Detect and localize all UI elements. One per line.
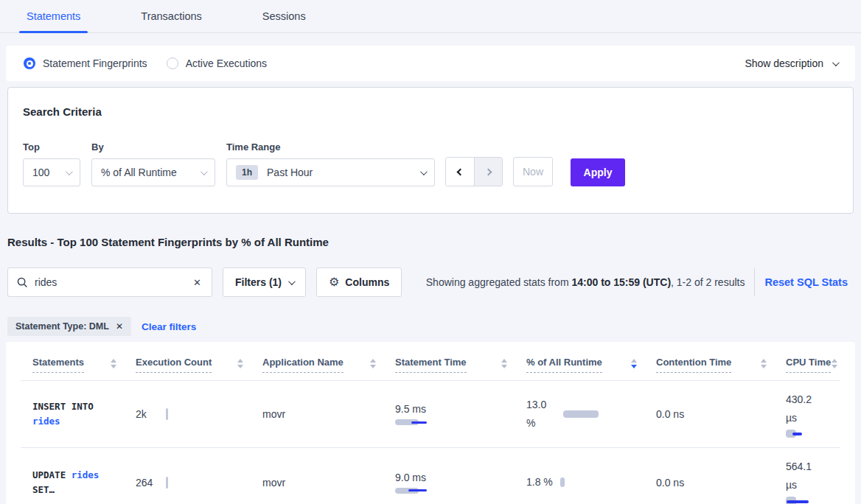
table-row[interactable]: UPDATE ridesSET…264movr9.0 ms1.8 %0.0 ns… bbox=[21, 448, 840, 504]
chevron-left-icon bbox=[456, 168, 464, 175]
sort-icon[interactable] bbox=[111, 359, 116, 368]
column-header-label: Execution Count bbox=[136, 357, 212, 373]
column-header-label: Statement Time bbox=[395, 357, 467, 373]
by-select[interactable]: % of All Runtime bbox=[91, 158, 215, 186]
application-name-cell: movr bbox=[262, 477, 395, 489]
statement-time-bar bbox=[395, 488, 427, 494]
sort-icon[interactable] bbox=[237, 359, 243, 368]
column-header-of-all-runtime[interactable]: % of All Runtime bbox=[526, 357, 656, 380]
time-nav-group bbox=[445, 157, 503, 186]
column-header-label: Contention Time bbox=[656, 357, 731, 373]
statement-line: INSERT INTO bbox=[32, 399, 136, 414]
time-range-select[interactable]: 1h Past Hour bbox=[226, 158, 435, 186]
clear-search-icon[interactable]: ✕ bbox=[192, 277, 203, 288]
cpu-time-value: 430.2 µs bbox=[786, 391, 820, 427]
statement-cell: UPDATE ridesSET… bbox=[21, 468, 136, 497]
sort-asc-arrow-icon bbox=[370, 359, 376, 363]
reset-sql-stats-link[interactable]: Reset SQL Stats bbox=[764, 276, 848, 288]
search-input[interactable] bbox=[35, 276, 192, 288]
filter-chip-label: Statement Type: DML bbox=[15, 321, 109, 332]
column-header-statement-time[interactable]: Statement Time bbox=[395, 357, 526, 380]
statement-cell: INSERT INTOrides bbox=[21, 399, 136, 429]
column-header-label: Application Name bbox=[262, 357, 344, 373]
cpu-time-value: 564.1 µs bbox=[786, 458, 820, 494]
tab-transactions[interactable]: Transactions bbox=[133, 0, 209, 32]
column-header-execution-count[interactable]: Execution Count bbox=[136, 357, 262, 380]
sort-desc-arrow-icon bbox=[501, 365, 507, 368]
sort-desc-arrow-icon bbox=[111, 365, 116, 368]
top-select[interactable]: 100 bbox=[23, 158, 80, 186]
runtime-pct-value: 13.0 % bbox=[526, 396, 556, 433]
top-label: Top bbox=[23, 141, 80, 153]
column-header-label: CPU Time bbox=[786, 357, 831, 373]
by-select-value: % of All Runtime bbox=[101, 167, 177, 178]
filter-chip-statement-type[interactable]: Statement Type: DML ✕ bbox=[7, 317, 131, 336]
results-heading: Results - Top 100 Statement Fingerprints… bbox=[7, 236, 854, 248]
sort-icon[interactable] bbox=[631, 359, 637, 368]
time-range-badge: 1h bbox=[236, 165, 258, 180]
results-controls: ✕ Filters (1) ⚙ Columns Showing aggregat… bbox=[7, 267, 854, 297]
column-header-cpu-time[interactable]: CPU Time bbox=[786, 357, 840, 380]
statement-link[interactable]: rides bbox=[72, 469, 100, 480]
runtime-pct-cell: 13.0 % bbox=[526, 396, 656, 433]
execution-count-value: 264 bbox=[136, 477, 166, 489]
column-header-application-name[interactable]: Application Name bbox=[262, 357, 395, 380]
sort-desc-arrow-icon bbox=[761, 365, 767, 368]
radio-statement-fingerprints[interactable]: Statement Fingerprints bbox=[24, 57, 147, 69]
sort-asc-arrow-icon bbox=[761, 359, 767, 363]
divider bbox=[754, 268, 755, 296]
column-header-contention-time[interactable]: Contention Time bbox=[656, 357, 786, 380]
active-filters-row: Statement Type: DML ✕ Clear filters bbox=[7, 317, 854, 336]
cpu-time-cell: 564.1 µs bbox=[786, 458, 840, 504]
column-header-label: Statements bbox=[32, 357, 84, 373]
time-range-label: Time Range bbox=[226, 141, 435, 153]
statement-text: INSERT INTO bbox=[32, 401, 94, 412]
runtime-pct-value: 1.8 % bbox=[526, 473, 553, 491]
statements-table: StatementsExecution CountApplication Nam… bbox=[6, 342, 855, 504]
bar-stddev bbox=[787, 500, 809, 503]
statement-line: SET… bbox=[32, 483, 136, 497]
sort-asc-arrow-icon bbox=[631, 359, 637, 363]
statement-line: UPDATE rides bbox=[32, 468, 136, 483]
bar-stddev bbox=[408, 489, 427, 491]
filters-button[interactable]: Filters (1) bbox=[223, 267, 306, 297]
sort-icon[interactable] bbox=[761, 359, 767, 368]
radio-label: Statement Fingerprints bbox=[43, 57, 147, 69]
chevron-down-icon bbox=[201, 168, 208, 175]
sort-asc-arrow-icon bbox=[832, 359, 837, 363]
statement-link[interactable]: rides bbox=[32, 416, 60, 427]
chevron-down-icon bbox=[832, 59, 840, 66]
results-summary: Showing aggregated stats from 14:00 to 1… bbox=[426, 276, 745, 288]
statement-time-bar bbox=[395, 419, 427, 425]
chevron-right-icon bbox=[485, 168, 492, 175]
bar-stddev bbox=[411, 421, 427, 424]
column-header-statements[interactable]: Statements bbox=[21, 357, 136, 380]
now-button[interactable]: Now bbox=[513, 157, 553, 186]
sort-icon[interactable] bbox=[370, 359, 376, 368]
radio-active-executions[interactable]: Active Executions bbox=[167, 57, 268, 69]
sort-icon[interactable] bbox=[501, 359, 507, 368]
runtime-pct-bar bbox=[560, 477, 565, 487]
columns-button[interactable]: ⚙ Columns bbox=[316, 267, 402, 297]
table-row[interactable]: INSERT INTOrides2kmovr9.5 ms13.0 %0.0 ns… bbox=[21, 381, 840, 448]
statement-time-cell: 9.0 ms bbox=[395, 472, 526, 494]
tab-statements[interactable]: Statements bbox=[19, 0, 88, 32]
statement-text: SET… bbox=[32, 484, 55, 495]
page-tabs: Statements Transactions Sessions bbox=[0, 0, 861, 33]
tab-sessions[interactable]: Sessions bbox=[255, 0, 313, 32]
next-time-button[interactable] bbox=[474, 158, 502, 186]
previous-time-button[interactable] bbox=[446, 158, 474, 186]
sort-asc-arrow-icon bbox=[237, 359, 243, 363]
show-description-toggle[interactable]: Show description bbox=[745, 57, 837, 69]
apply-button[interactable]: Apply bbox=[571, 158, 625, 186]
remove-filter-icon[interactable]: ✕ bbox=[116, 321, 123, 332]
sort-desc-arrow-icon bbox=[832, 365, 837, 368]
execution-count-cell: 264 bbox=[136, 477, 262, 489]
chevron-down-icon bbox=[66, 168, 73, 175]
contention-time-cell: 0.0 ns bbox=[656, 477, 786, 489]
sort-icon[interactable] bbox=[832, 359, 837, 368]
column-header-label: % of All Runtime bbox=[526, 357, 602, 373]
sort-asc-arrow-icon bbox=[501, 359, 507, 363]
table-body: INSERT INTOrides2kmovr9.5 ms13.0 %0.0 ns… bbox=[6, 381, 855, 504]
clear-filters-link[interactable]: Clear filters bbox=[142, 321, 196, 332]
